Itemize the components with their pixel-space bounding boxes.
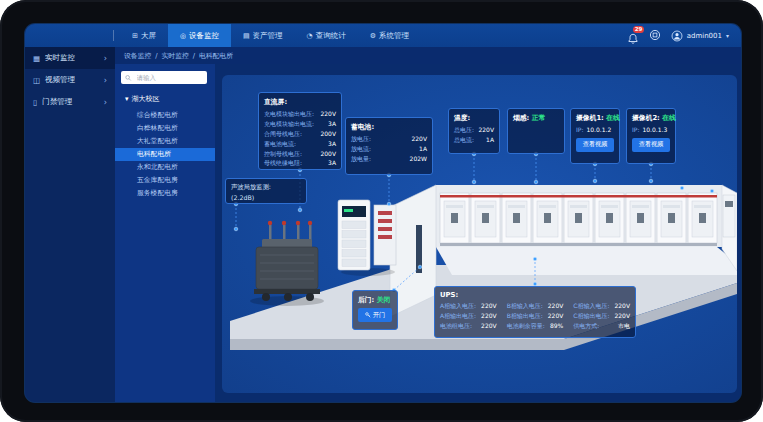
metric-value: 220V <box>481 311 497 321</box>
breadcrumb-separator: / <box>193 52 195 60</box>
metric-value: 220V <box>478 125 494 135</box>
bigscreen-icon: ⊞ <box>132 32 138 40</box>
temperature-panel: 温度: 总电压:220V 总电流:1A <box>448 108 500 154</box>
open-door-label: 开门 <box>373 311 385 320</box>
metric-row: 总电流:1A <box>454 135 494 145</box>
open-door-button[interactable]: 开门 <box>358 308 392 322</box>
metric-row: 供电方式:市电 <box>573 321 630 331</box>
tree-item[interactable]: 白桦林配电所 <box>115 122 215 135</box>
realtime-monitor-icon: ▦ <box>33 54 40 63</box>
ups-column-a: A相输入电压:220V A相输出电压:220V 电池组电压:220V <box>440 301 497 331</box>
nav-tab-bigscreen[interactable]: ⊞ 大屏 <box>120 24 168 47</box>
metric-label: B相输入电压: <box>507 301 543 311</box>
ip-label: IP: <box>576 125 583 135</box>
camera2-panel: 摄像机2: 在线 IP: 10.0.1.3 查看视频 <box>626 108 676 164</box>
metric-row: 蓄电池电流:3A <box>264 139 336 149</box>
ups-column-b: B相输入电压:220V B相输出电压:220V 电池剩余容量:89% <box>507 301 564 331</box>
camera1-status: 在线 <box>606 114 620 122</box>
metric-value: 1A <box>486 135 494 145</box>
metric-label: C相输出电压: <box>573 311 609 321</box>
tree-item[interactable]: 综合楼配电所 <box>115 109 215 122</box>
breadcrumb-item[interactable]: 设备监控 <box>124 51 151 61</box>
tree-item-selected[interactable]: 电科配电所 <box>115 148 215 161</box>
ip-label: IP: <box>632 125 639 135</box>
camera1-panel: 摄像机1: 在线 IP: 10.0.1.2 查看视频 <box>570 108 620 164</box>
user-name: admin001 <box>687 32 722 40</box>
nav-tab-label: 系统管理 <box>379 31 409 41</box>
metric-label: 总电压: <box>454 125 474 135</box>
metric-label: 控制母线电压: <box>264 149 302 159</box>
nav-tab-label: 资产管理 <box>253 31 283 41</box>
breadcrumb-item[interactable]: 实时监控 <box>161 51 188 61</box>
panel-title: 烟感: 正常 <box>513 113 559 123</box>
sidebar-item-realtime-monitoring[interactable]: ▦ 实时监控 › <box>25 47 115 69</box>
metric-row: A相输出电压:220V <box>440 311 497 321</box>
ups-panel: UPS: A相输入电压:220V A相输出电压:220V 电池组电压:220V … <box>434 286 636 338</box>
tree-item[interactable]: 大礼堂配电所 <box>115 135 215 148</box>
metric-value: 220V <box>548 301 564 311</box>
dc-screen-panel: 直流屏: 充电模块输出电压:220V 充电模块输出电流:3A 合闸母线电压:20… <box>258 92 342 170</box>
gear-icon: ⚙ <box>370 32 376 40</box>
nav-tab-label: 设备监控 <box>189 31 219 41</box>
tree-item[interactable]: 服务楼配电房 <box>115 187 215 200</box>
search-input[interactable] <box>135 73 203 83</box>
metric-label: 母线绝缘电阻: <box>264 158 302 168</box>
metric-value: 220V <box>614 301 630 311</box>
user-menu[interactable]: admin001 ▾ <box>671 30 729 42</box>
metric-row: 充电模块输出电压:220V <box>264 109 336 119</box>
metric-label: 放电压: <box>351 134 371 144</box>
ups-grid: A相输入电压:220V A相输出电压:220V 电池组电压:220V B相输入电… <box>440 301 630 331</box>
asset-icon: ▤ <box>243 32 250 40</box>
panel-title: 温度: <box>454 113 494 123</box>
metric-value: 3A <box>328 119 336 129</box>
tree-item[interactable]: 五金库配电房 <box>115 174 215 187</box>
fullscreen-button[interactable] <box>649 26 661 45</box>
sidebar-item-label: 门禁管理 <box>42 97 72 107</box>
chevron-right-icon: › <box>104 76 107 85</box>
nav-tab-asset-management[interactable]: ▤ 资产管理 <box>231 24 295 47</box>
ups-column-c: C相输入电压:220V C相输出电压:220V 供电方式:市电 <box>573 301 630 331</box>
fullscreen-icon <box>649 29 661 41</box>
metric-row: IP: 10.0.1.3 <box>632 125 670 135</box>
nav-tab-label: 查询统计 <box>316 31 346 41</box>
view-video-button[interactable]: 查看视频 <box>576 138 614 152</box>
acoustic-line2: (2.2dB) <box>231 193 301 204</box>
panel-title: UPS: <box>440 291 630 299</box>
nav-tab-system-management[interactable]: ⚙ 系统管理 <box>358 24 421 47</box>
metric-value: 200V <box>320 129 336 139</box>
metric-value: 220V <box>548 311 564 321</box>
metric-row: 放电量:202W <box>351 154 427 164</box>
notifications-button[interactable]: 29 <box>627 30 639 42</box>
camera2-label: 摄像机2: <box>632 114 660 122</box>
metric-value: 202W <box>410 154 427 164</box>
sidebar-item-access-control[interactable]: ▯ 门禁管理 › <box>25 91 115 113</box>
metric-value: 220V <box>411 134 427 144</box>
metric-label: A相输入电压: <box>440 301 476 311</box>
metric-label: 供电方式: <box>573 321 599 331</box>
search-icon <box>125 74 132 82</box>
panel-title: 直流屏: <box>264 97 336 107</box>
metric-row: 合闸母线电压:200V <box>264 129 336 139</box>
chevron-right-icon: › <box>104 54 107 63</box>
monitor-icon: ◎ <box>180 32 186 40</box>
view-video-button[interactable]: 查看视频 <box>632 138 670 152</box>
video-icon: ◫ <box>33 76 40 85</box>
sidebar-item-video-management[interactable]: ◫ 视频管理 › <box>25 69 115 91</box>
tree-item[interactable]: 永和北配电所 <box>115 161 215 174</box>
breadcrumb: 设备监控 / 实时监控 / 电科配电所 <box>115 47 741 64</box>
metric-row: 放电流:1A <box>351 144 427 154</box>
panel-title: 蓄电池: <box>351 122 427 132</box>
metric-value: 220V <box>481 321 497 331</box>
chevron-right-icon: › <box>104 98 107 107</box>
main-content: 直流屏: 充电模块输出电压:220V 充电模块输出电流:3A 合闸母线电压:20… <box>215 64 741 402</box>
tree-root-campus[interactable]: ▾ 湖大校区 <box>115 90 215 109</box>
nav-tab-query-statistics[interactable]: ◔ 查询统计 <box>295 24 358 47</box>
metric-row: 充电模块输出电流:3A <box>264 119 336 129</box>
substation-stage: 直流屏: 充电模块输出电压:220V 充电模块输出电流:3A 合闸母线电压:20… <box>222 75 737 393</box>
transformer <box>250 221 324 306</box>
metric-label: 电池组电压: <box>440 321 472 331</box>
metric-label: B相输出电压: <box>507 311 543 321</box>
acoustic-line1: 声波局放监测: <box>231 182 301 193</box>
nav-tab-device-monitoring[interactable]: ◎ 设备监控 <box>168 24 231 47</box>
primary-nav: ⊞ 大屏 ◎ 设备监控 ▤ 资产管理 ◔ 查询统计 ⚙ 系统管理 <box>120 24 421 47</box>
